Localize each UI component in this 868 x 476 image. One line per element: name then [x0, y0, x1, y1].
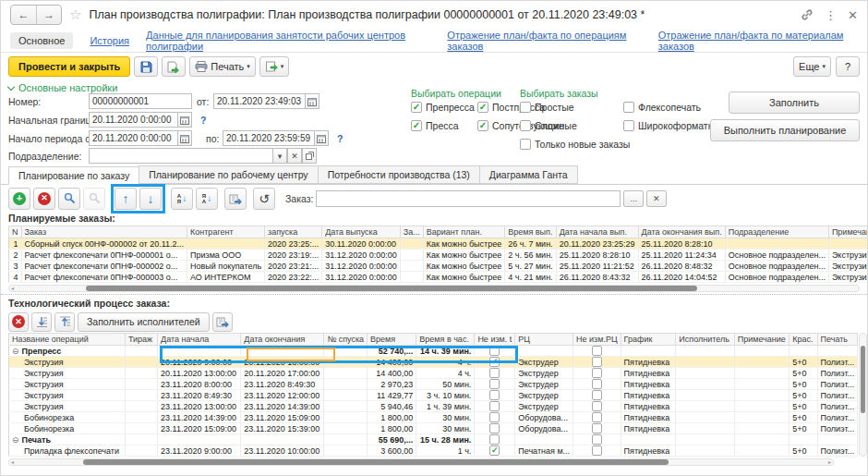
orders-cell[interactable]: 26 ч. 7 мин. — [505, 238, 556, 250]
department-clear-icon[interactable]: ✕ — [287, 148, 302, 164]
work-center-cell[interactable] — [515, 346, 573, 357]
collapse-group-icon[interactable]: ⊖ — [12, 435, 19, 445]
tech-delete-button[interactable]: ✕ — [8, 312, 29, 332]
run-planning-button[interactable]: Выполнить планирование — [710, 119, 860, 141]
print-cell[interactable]: Полиэт... — [817, 357, 858, 368]
navtab-link[interactable]: История — [90, 35, 129, 46]
orders-cell[interactable]: 20.11.2020 23:25:29 — [556, 238, 638, 250]
start-boundary-field[interactable]: 20.11.2020 0:00:00 — [89, 112, 178, 128]
schedule-cell[interactable]: Пятидневка — [621, 368, 676, 379]
order-filter-checkbox-item[interactable]: Простые — [520, 102, 574, 113]
work-center-cell[interactable] — [515, 434, 573, 445]
favorite-star-icon[interactable]: ☆ — [69, 6, 81, 23]
work-center-cell[interactable]: Оборудова... — [515, 412, 573, 423]
executor-cell[interactable] — [676, 379, 734, 390]
orders-cell[interactable] — [187, 238, 265, 250]
fill-button[interactable]: Заполнить — [729, 92, 860, 114]
tirazh-cell[interactable] — [125, 357, 157, 368]
close-icon[interactable]: ✕ — [848, 8, 858, 22]
orders-cell[interactable]: Как можно быстрее — [423, 238, 505, 250]
time-hours-cell[interactable]: 30 мин. — [416, 423, 475, 434]
spusk-number-cell[interactable] — [324, 423, 368, 434]
column-header[interactable]: Не изм.РЦ — [573, 334, 621, 346]
column-header[interactable]: Вариант план. — [423, 226, 505, 238]
print-cell[interactable]: Полиэт... — [817, 401, 858, 412]
time-cell[interactable]: 5 940,46 — [368, 401, 416, 412]
more-menu-icon[interactable]: ⋮ — [825, 8, 837, 22]
colors-cell[interactable]: 5+0 — [790, 401, 817, 412]
move-up-button[interactable]: ↑ — [115, 188, 137, 210]
fixed-rc-checkbox[interactable] — [592, 412, 602, 422]
time-hours-cell[interactable]: 4 ч. — [416, 368, 475, 379]
operation-name-cell[interactable]: Экструзия — [9, 368, 126, 379]
work-center-cell[interactable]: Экструдер — [515, 390, 573, 401]
calendar-icon[interactable] — [177, 112, 192, 128]
order-clear-button[interactable]: ✕ — [646, 190, 667, 207]
tab-планирование-по-рабочему-центру[interactable]: Планирование по рабочему центру — [139, 165, 318, 184]
spusk-number-cell[interactable] — [324, 445, 368, 457]
tirazh-cell[interactable] — [125, 390, 157, 401]
collapse-group-icon[interactable]: ⊖ — [12, 347, 19, 356]
sort-descending-button[interactable]: ЯА↓ — [196, 188, 218, 210]
executor-cell[interactable] — [676, 401, 734, 412]
time-hours-cell[interactable]: 1 ч. — [416, 445, 475, 457]
more-actions-button[interactable]: Еще▾ — [793, 56, 831, 77]
start-date-cell[interactable]: 23.11.2020 8:49:30 — [158, 390, 241, 401]
orders-cell[interactable]: 4 — [9, 272, 22, 283]
schedule-cell[interactable] — [621, 434, 676, 445]
executor-cell[interactable] — [676, 423, 734, 434]
fixed-rc-checkbox[interactable] — [592, 401, 602, 411]
column-header[interactable]: N — [9, 226, 22, 238]
orders-cell[interactable]: 26.11.2020 8:48:32 — [638, 261, 725, 272]
tech-output-list-button[interactable] — [212, 312, 233, 332]
table-row[interactable]: Бобинорезка23.11.2020 15:09:0023.11.2020… — [9, 423, 858, 434]
table-row[interactable]: Экструзия20.11.2020 9:00:0020.11.2020 13… — [9, 357, 858, 368]
help-hint[interactable]: ? — [337, 133, 343, 144]
tirazh-cell[interactable] — [125, 423, 157, 434]
sort-ascending-button[interactable]: АЯ↓ — [171, 188, 193, 210]
fixed-time-checkbox[interactable] — [489, 434, 500, 445]
start-date-cell[interactable]: 23.11.2020 13:00:00 — [158, 401, 241, 412]
start-date-cell[interactable] — [158, 346, 241, 357]
orders-cell[interactable] — [400, 272, 423, 283]
department-dropdown-icon[interactable]: ▾ — [272, 148, 287, 164]
fixed-rc-checkbox[interactable] — [592, 357, 602, 367]
tirazh-cell[interactable] — [125, 445, 157, 457]
orders-cell[interactable]: 2020 23:21:... — [265, 261, 322, 272]
column-header[interactable]: Дата начала — [158, 334, 241, 346]
navtab-active-main[interactable]: Основное — [10, 32, 73, 49]
help-button[interactable]: ? — [836, 56, 860, 77]
column-header[interactable]: За... — [400, 226, 423, 238]
column-header[interactable]: Время — [368, 334, 416, 346]
tech-move-down-button[interactable] — [31, 312, 52, 332]
checkbox-checked-icon[interactable]: ✓ — [477, 102, 488, 113]
time-cell[interactable]: 1 800,00 — [368, 423, 416, 434]
orders-cell[interactable]: 30.11.2020 0:00:00 — [322, 238, 401, 250]
orders-cell[interactable]: АО ИНТЕРКОМ — [187, 272, 265, 283]
orders-cell[interactable]: Экструзия, произ... — [828, 261, 868, 272]
table-row[interactable]: 1Сборный спуск 00НФ-000002 от 20.11.2...… — [9, 238, 868, 250]
calendar-icon[interactable] — [305, 93, 319, 109]
group-row[interactable]: ⊖Печать55 690,...15 ч. 28 мин. — [9, 434, 858, 445]
export-button[interactable]: ▾ — [259, 56, 290, 77]
note-cell[interactable] — [734, 379, 789, 390]
orders-cell[interactable]: 1 — [9, 238, 22, 250]
time-hours-cell[interactable]: 4 ч. — [416, 357, 475, 368]
calendar-icon[interactable] — [177, 130, 192, 146]
schedule-cell[interactable]: Пятидневка — [621, 401, 676, 412]
note-cell[interactable] — [734, 368, 789, 379]
note-cell[interactable] — [734, 346, 789, 357]
orders-cell[interactable]: Экструзия, произ... — [828, 272, 868, 283]
column-header[interactable]: Заказ — [21, 226, 187, 238]
spusk-number-cell[interactable] — [324, 357, 368, 368]
column-header[interactable]: Печать — [817, 334, 858, 346]
operation-name-cell[interactable]: Экструзия — [9, 379, 126, 390]
column-header[interactable]: Примечание — [828, 226, 868, 238]
executor-cell[interactable] — [676, 412, 734, 423]
order-filter-checkbox-item[interactable]: Флексопечать — [623, 102, 701, 113]
schedule-cell[interactable] — [621, 346, 676, 357]
spusk-number-cell[interactable] — [324, 434, 368, 445]
table-row[interactable]: Экструзия23.11.2020 13:00:0023.11.2020 1… — [9, 401, 858, 412]
orders-cell[interactable]: 2 ч. 56 мин. — [505, 250, 556, 261]
orders-cell[interactable] — [828, 238, 868, 250]
